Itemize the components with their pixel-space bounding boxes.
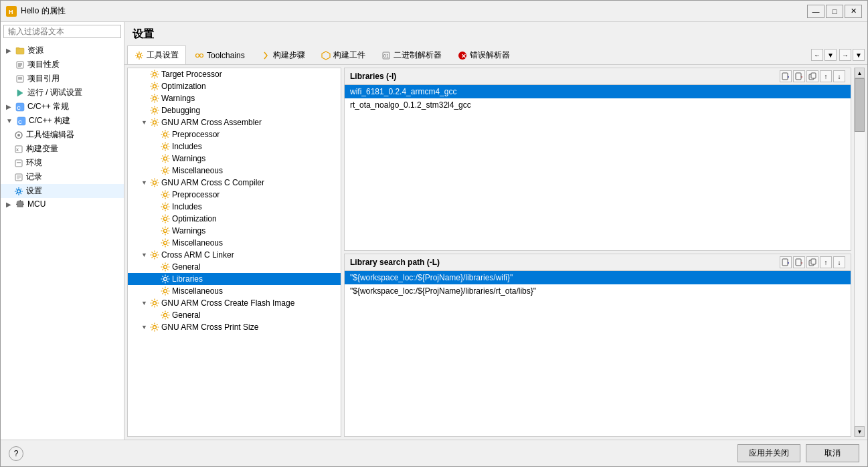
lib-item-wifi[interactable]: wifi_6181_0.2.4_armcm4_gcc <box>345 85 851 98</box>
svg-point-59 <box>164 266 167 269</box>
tree-item-cc-optimization[interactable]: ▶ Optimization <box>128 213 341 225</box>
maximize-button[interactable]: □ <box>826 5 843 18</box>
tree-item-linker-libraries[interactable]: ▶ Libraries <box>128 273 341 285</box>
sidebar-item-toolchain-editor[interactable]: 工具链编辑器 <box>1 128 124 142</box>
tab-error-parser[interactable]: ✕ 错误解析器 <box>450 45 517 64</box>
vars-icon: x <box>14 145 23 154</box>
scrollbar-track[interactable] <box>855 78 865 426</box>
tree-item-cc-includes[interactable]: ▶ Includes <box>128 201 341 213</box>
tree-item-flash-image[interactable]: ▼ GNU ARM Cross Create Flash Image <box>128 297 341 309</box>
cpp-icon: C <box>15 102 25 112</box>
nav-back-button[interactable]: ← <box>811 49 823 61</box>
folder-icon <box>15 46 25 56</box>
lib-item-ota[interactable]: rt_ota_noalgo_0.1.2_stm32l4_gcc <box>345 98 851 112</box>
tree-item-cc-preprocessor[interactable]: ▶ Preprocessor <box>128 189 341 201</box>
tab-toolchains[interactable]: Toolchains <box>187 47 252 64</box>
svg-point-45 <box>153 97 157 100</box>
content-area: ▶ Target Processor ▶ Optimization ▶ <box>124 65 867 440</box>
sidebar-item-project-ref[interactable]: ▶ 项目引用 <box>1 72 124 86</box>
tree-item-gnu-asm[interactable]: ▼ GNU ARM Cross Assembler <box>128 116 341 128</box>
gear-icon <box>161 190 170 199</box>
error-parser-tab-icon: ✕ <box>458 51 467 60</box>
svg-point-49 <box>164 145 167 149</box>
scroll-down-button[interactable]: ▼ <box>855 426 865 437</box>
tree-label: Cross ARM C Linker <box>161 250 234 260</box>
svg-text:01: 01 <box>383 54 389 58</box>
sidebar-item-run-debug[interactable]: ▶ 运行 / 调试设置 <box>1 86 124 100</box>
tree-item-asm-includes[interactable]: ▶ Includes <box>128 141 341 153</box>
cancel-button[interactable]: 取消 <box>806 444 859 462</box>
sidebar-item-build-vars[interactable]: x 构建变量 <box>1 142 124 156</box>
tree-item-flash-general[interactable]: ▶ General <box>128 309 341 321</box>
lsp-item-wifi[interactable]: "${workspace_loc:/${ProjName}/libraries/… <box>345 271 851 284</box>
svg-rect-65 <box>782 73 788 80</box>
sidebar-item-cpp-build[interactable]: ▼ C C/C++ 构建 <box>1 114 124 128</box>
tab-build-steps[interactable]: 构建步骤 <box>254 45 313 64</box>
lib-add-button[interactable] <box>780 70 792 82</box>
gear-icon <box>161 286 170 296</box>
svg-marker-38 <box>322 52 330 60</box>
window-controls: — □ ✕ <box>807 5 862 18</box>
tree-item-warnings[interactable]: ▶ Warnings <box>128 92 341 104</box>
tree-label: GNU ARM Cross Create Flash Image <box>161 298 294 308</box>
apply-close-button[interactable]: 应用并关闭 <box>737 444 800 462</box>
tab-tool-settings[interactable]: 工具设置 <box>127 45 186 64</box>
tree-item-linker[interactable]: ▼ Cross ARM C Linker <box>128 249 341 261</box>
tab-binary-parser[interactable]: 01 二进制解析器 <box>374 45 449 64</box>
help-button[interactable]: ? <box>9 446 23 461</box>
main-window: H Hello 的属性 — □ ✕ ▶ 资源 ▶ <box>0 0 868 467</box>
tree-item-optimization[interactable]: ▶ Optimization <box>128 80 341 92</box>
sidebar-item-cpp-general[interactable]: ▶ C C/C++ 常规 <box>1 100 124 114</box>
lsp-add-button[interactable] <box>780 256 792 268</box>
sidebar: ▶ 资源 ▶ 项目性质 ▶ 项目引用 ▶ <box>1 22 124 440</box>
lib-down-button[interactable]: ↓ <box>833 70 845 82</box>
tree-item-cc-warnings[interactable]: ▶ Warnings <box>128 225 341 237</box>
bottom-right: 应用并关闭 取消 <box>737 444 859 462</box>
lsp-delete-button[interactable] <box>793 256 805 268</box>
tree-item-print-size[interactable]: ▼ GNU ARM Cross Print Size <box>128 321 341 333</box>
tree-item-gnu-c-compiler[interactable]: ▼ GNU ARM Cross C Compiler <box>128 177 341 189</box>
tab-build-artifact[interactable]: 构建工件 <box>314 45 373 64</box>
sidebar-item-resources[interactable]: ▶ 资源 <box>1 43 124 58</box>
sidebar-item-environment[interactable]: 环境 <box>1 156 124 170</box>
sidebar-item-logging[interactable]: 记录 <box>1 170 124 184</box>
tree-item-target-processor[interactable]: ▶ Target Processor <box>128 68 341 80</box>
gear-icon <box>161 214 170 223</box>
lib-copy-button[interactable] <box>806 70 818 82</box>
sidebar-item-project-props[interactable]: ▶ 项目性质 <box>1 58 124 72</box>
sidebar-item-label: 设置 <box>26 185 42 197</box>
tree-label: Warnings <box>172 226 205 236</box>
sidebar-item-settings[interactable]: 设置 <box>1 184 124 198</box>
nav-forward-dropdown[interactable]: ▼ <box>853 49 865 61</box>
svg-point-53 <box>164 193 167 197</box>
panel-title: 设置 <box>124 22 867 45</box>
library-search-section-title: Library search path (-L) <box>350 258 440 267</box>
tree-item-asm-warnings[interactable]: ▶ Warnings <box>128 153 341 165</box>
tree-item-asm-misc[interactable]: ▶ Miscellaneous <box>128 165 341 177</box>
tree-item-linker-general[interactable]: ▶ General <box>128 261 341 273</box>
nav-back-dropdown[interactable]: ▼ <box>824 49 837 61</box>
lsp-item-ota[interactable]: "${workspace_loc:/${ProjName}/libraries/… <box>345 284 851 298</box>
svg-rect-68 <box>796 73 801 80</box>
tree-item-linker-misc[interactable]: ▶ Miscellaneous <box>128 285 341 297</box>
tree-item-debugging[interactable]: ▶ Debugging <box>128 104 341 116</box>
tree-item-asm-preprocessor[interactable]: ▶ Preprocessor <box>128 128 341 141</box>
lsp-up-button[interactable]: ↑ <box>820 256 832 268</box>
tree-label: General <box>172 310 201 320</box>
lib-up-button[interactable]: ↑ <box>820 70 832 82</box>
close-button[interactable]: ✕ <box>845 5 862 18</box>
delete-file-icon <box>795 258 803 266</box>
lsp-down-button[interactable]: ↓ <box>833 256 845 268</box>
delete-file-icon <box>795 72 803 80</box>
minimize-button[interactable]: — <box>807 5 824 18</box>
add-file-icon <box>782 258 790 266</box>
tree-item-cc-misc[interactable]: ▶ Miscellaneous <box>128 237 341 249</box>
gear-icon <box>161 274 170 284</box>
sidebar-item-mcu[interactable]: ▶ MCU <box>1 198 124 210</box>
nav-forward-button[interactable]: → <box>839 49 851 61</box>
filter-input[interactable] <box>3 25 121 38</box>
scroll-up-button[interactable]: ▲ <box>855 68 865 78</box>
lib-delete-button[interactable] <box>793 70 805 82</box>
scrollbar-thumb[interactable] <box>855 78 865 132</box>
lsp-copy-button[interactable] <box>806 256 818 268</box>
